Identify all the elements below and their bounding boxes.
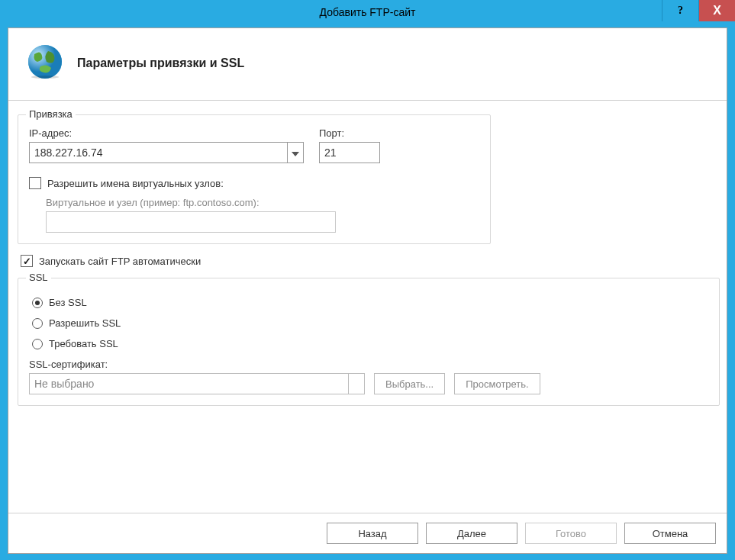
globe-icon <box>27 43 63 83</box>
window-title: Добавить FTP-сайт <box>0 6 735 18</box>
allow-virtual-checkbox[interactable] <box>29 177 41 189</box>
wizard-window: Добавить FTP-сайт ? X Пара <box>0 0 735 560</box>
finish-button: Готово <box>525 523 617 544</box>
page-title: Параметры привязки и SSL <box>77 56 244 70</box>
autostart-row: Запускать сайт FTP автоматически <box>21 255 717 267</box>
help-button[interactable]: ? <box>662 0 698 21</box>
ssl-cert-input <box>29 373 348 394</box>
ip-dropdown-button[interactable] <box>287 142 304 163</box>
ssl-group: SSL Без SSL Разрешить SSL Требовать SSL … <box>18 278 720 406</box>
ssl-require-label: Требовать SSL <box>49 338 118 349</box>
wizard-header: Параметры привязки и SSL <box>8 28 727 101</box>
ssl-cert-combo[interactable] <box>29 373 365 394</box>
ssl-allow-label: Разрешить SSL <box>49 317 121 329</box>
port-input[interactable] <box>319 142 380 163</box>
ssl-none-radio[interactable] <box>32 298 43 308</box>
virtual-host-input <box>46 211 336 233</box>
ssl-option-none: Без SSL <box>32 297 708 308</box>
binding-group: Привязка IP-адрес: Порт: <box>18 114 491 244</box>
ip-address-combo[interactable] <box>29 142 304 163</box>
title-button-group: ? X <box>662 0 735 24</box>
next-button[interactable]: Далее <box>426 523 517 544</box>
chevron-down-icon <box>292 146 299 159</box>
ip-label: IP-адрес: <box>29 127 304 139</box>
virtual-host-field: Виртуальное и узел (пример: ftp.contoso.… <box>46 197 479 233</box>
back-button[interactable]: Назад <box>327 523 418 544</box>
ssl-cert-label: SSL-сертификат: <box>29 359 708 370</box>
ssl-require-radio[interactable] <box>32 339 43 349</box>
ssl-allow-radio[interactable] <box>32 318 43 329</box>
virtual-host-label: Виртуальное и узел (пример: ftp.contoso.… <box>46 197 479 208</box>
ssl-option-allow: Разрешить SSL <box>32 317 708 329</box>
ssl-cert-dropdown-button[interactable] <box>348 373 365 394</box>
ssl-select-button: Выбрать... <box>374 373 445 394</box>
ssl-legend: SSL <box>26 272 51 283</box>
client-area: Параметры привязки и SSL Привязка IP-адр… <box>8 27 727 554</box>
wizard-footer: Назад Далее Готово Отмена <box>8 513 727 553</box>
ssl-view-button: Просмотреть. <box>454 373 540 394</box>
autostart-checkbox[interactable] <box>21 255 33 267</box>
close-button[interactable]: X <box>698 0 735 21</box>
allow-virtual-label: Разрешить имена виртуальных узлов: <box>47 178 224 189</box>
binding-legend: Привязка <box>26 108 76 120</box>
ssl-option-require: Требовать SSL <box>32 338 708 349</box>
ip-address-input[interactable] <box>29 142 287 163</box>
wizard-body: Привязка IP-адрес: Порт: <box>8 101 727 513</box>
port-label: Порт: <box>319 127 388 139</box>
svg-point-2 <box>31 76 59 79</box>
titlebar: Добавить FTP-сайт ? X <box>0 0 735 24</box>
svg-point-1 <box>28 45 62 79</box>
cancel-button[interactable]: Отмена <box>624 523 716 544</box>
autostart-label: Запускать сайт FTP автоматически <box>39 256 201 267</box>
allow-virtual-row: Разрешить имена виртуальных узлов: <box>29 177 479 189</box>
ssl-none-label: Без SSL <box>49 297 87 308</box>
